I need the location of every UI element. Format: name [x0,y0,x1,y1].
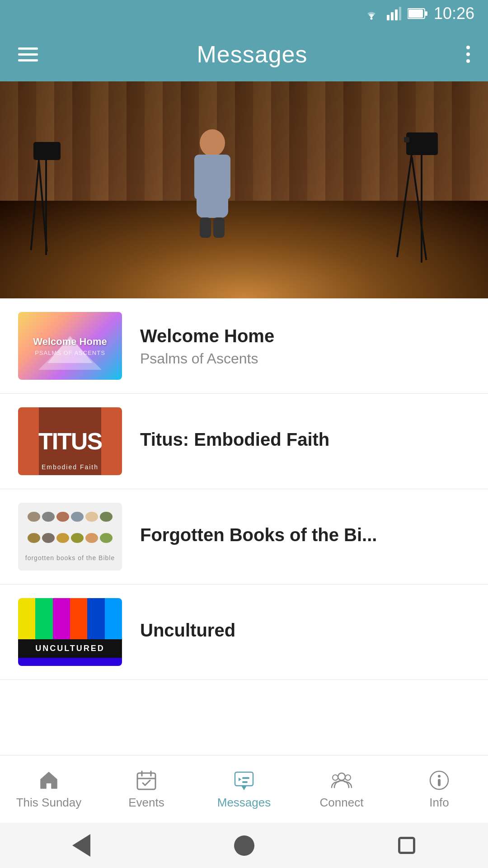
message-title: Titus: Embodied Faith [140,429,470,450]
message-thumbnail: UNCULTURED [18,598,122,666]
home-button[interactable] [230,832,258,859]
color-bar [70,598,87,639]
recent-apps-button[interactable] [393,832,420,859]
forgotten-subtitle: forgotten books of the Bible [23,554,117,561]
stone [71,512,84,522]
welcome-home-thumbnail: Welcome Home PSALMS OF ASCENTS [18,312,122,380]
home-icon [37,769,61,792]
stone [100,512,113,522]
nav-item-events[interactable]: Events [98,769,195,810]
svg-rect-8 [33,142,61,160]
status-icons: 10:26 [362,4,474,23]
message-title: Forgotten Books of the Bi... [140,524,470,546]
color-bar [53,598,70,639]
uncultured-thumbnail: UNCULTURED [18,598,122,666]
nav-label-info: Info [429,796,449,810]
svg-point-33 [333,775,338,780]
nav-item-info[interactable]: Info [390,769,488,810]
svg-point-34 [345,775,351,780]
svg-rect-7 [425,11,427,16]
status-time: 10:26 [434,4,474,23]
color-bars [18,598,122,639]
svg-rect-14 [194,155,208,200]
message-title: Uncultured [140,619,470,641]
svg-rect-18 [406,132,438,155]
svg-rect-30 [242,777,249,779]
signal-icon [387,7,401,20]
svg-rect-2 [391,12,394,20]
home-circle-icon [234,835,254,856]
svg-rect-15 [217,155,230,200]
message-thumbnail: Welcome Home PSALMS OF ASCENTS [18,312,122,380]
svg-rect-6 [408,9,423,18]
messages-icon [232,769,256,792]
svg-point-32 [338,773,345,780]
bottom-navigation: This Sunday Events Messages [0,755,488,823]
color-bar [87,598,104,639]
message-list: Welcome Home PSALMS OF ASCENTS Welcome H… [0,298,488,680]
svg-rect-23 [137,773,155,789]
color-bar [18,598,35,639]
message-info: Welcome Home Psalms of Ascents [140,325,470,367]
more-options-button[interactable] [466,46,470,63]
stone [56,533,69,543]
page-title: Messages [197,41,308,68]
svg-point-0 [370,18,372,20]
wifi-icon [362,7,380,20]
svg-rect-11 [45,160,47,255]
svg-rect-4 [399,7,401,20]
message-item[interactable]: UNCULTURED Uncultured [0,585,488,680]
hero-scene [0,81,488,298]
stone [71,533,84,543]
system-navigation [0,823,488,868]
hero-banner[interactable] [0,81,488,298]
status-bar: 10:26 [0,0,488,27]
app-bar: Messages [0,27,488,81]
svg-marker-29 [239,778,241,781]
nav-label-messages: Messages [217,796,271,810]
message-item[interactable]: forgotten books of the Bible Forgotten B… [0,489,488,585]
forgotten-thumbnail: forgotten books of the Bible [18,503,122,571]
nav-item-connect[interactable]: Connect [293,769,390,810]
svg-rect-1 [387,15,389,20]
stone [28,512,40,522]
info-icon [427,769,451,792]
message-subtitle: Psalms of Ascents [140,350,470,367]
uncultured-label: UNCULTURED [18,639,122,658]
stone [42,533,55,543]
svg-rect-9 [30,160,40,250]
stone [42,512,55,522]
svg-rect-16 [200,217,211,238]
message-item[interactable]: Welcome Home PSALMS OF ASCENTS Welcome H… [0,298,488,394]
svg-rect-17 [213,217,225,238]
recent-apps-icon [398,837,415,854]
nav-item-messages[interactable]: Messages [195,769,293,810]
titus-thumbnail: TITUS Embodied Faith [18,407,122,475]
svg-point-12 [200,129,225,156]
svg-rect-37 [438,779,441,786]
message-item[interactable]: TITUS Embodied Faith Titus: Embodied Fai… [0,394,488,489]
uncultured-bottom-bar [18,658,122,666]
nav-label-events: Events [128,796,164,810]
back-button[interactable] [68,832,95,859]
nav-label-this-sunday: This Sunday [16,796,82,810]
svg-point-36 [438,775,441,778]
stone [85,512,98,522]
svg-rect-19 [404,137,409,142]
titus-subtitle: Embodied Faith [18,463,122,471]
svg-marker-28 [241,786,247,790]
hamburger-menu-button[interactable] [18,47,38,61]
stone [85,533,98,543]
svg-rect-21 [411,157,427,260]
nav-item-this-sunday[interactable]: This Sunday [0,769,98,810]
speaker-figure [185,129,239,238]
stone [28,533,40,543]
svg-rect-3 [395,9,398,20]
events-icon [135,769,158,792]
svg-rect-22 [421,154,422,263]
color-bar [105,598,122,639]
stone [56,512,69,522]
nav-label-connect: Connect [320,796,364,810]
titus-main-text: TITUS [38,428,102,455]
connect-icon [330,769,353,792]
